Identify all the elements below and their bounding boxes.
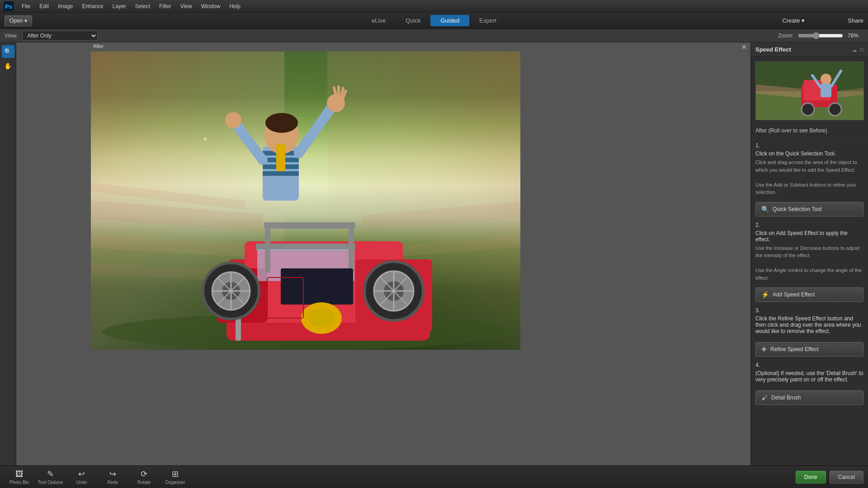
menu-help[interactable]: Help — [226, 2, 244, 10]
rotate-label: Rotate — [137, 480, 151, 485]
view-bar: View: After Only Before Only Before & Af… — [0, 29, 868, 42]
menu-window[interactable]: Window — [198, 2, 224, 10]
menu-select[interactable]: Select — [132, 2, 154, 10]
svg-line-48 — [299, 106, 333, 153]
bottom-action-buttons: Done Cancel — [796, 471, 863, 483]
svg-line-3 — [91, 210, 263, 223]
svg-point-61 — [802, 103, 814, 116]
refine-speed-icon: ✚ — [761, 346, 767, 353]
undo-tool[interactable]: ↩ Undo — [67, 468, 96, 486]
photo-bin-icon: 🖼 — [15, 469, 24, 479]
svg-rect-19 — [281, 268, 353, 305]
canvas-label: After — [93, 43, 104, 49]
app-icon: Ps — [4, 1, 14, 11]
step-1-title: Click on the Quick Selection Tool. — [755, 150, 863, 157]
svg-rect-12 — [256, 244, 355, 250]
organizer-icon: ⊞ — [172, 469, 179, 479]
mode-elive[interactable]: eLive — [362, 15, 396, 26]
step-1-details: Click and drag across the area of the ob… — [755, 159, 863, 196]
mode-guided[interactable]: Guided — [430, 15, 469, 26]
refine-speed-label: Refine Speed Effect — [770, 346, 819, 352]
mode-bar: Open ▾ eLive Quick Guided Expert Create … — [0, 13, 868, 29]
share-button[interactable]: Share — [848, 17, 863, 24]
open-dropdown-icon: ▾ — [24, 18, 27, 24]
tool-options-icon: ✎ — [47, 469, 54, 479]
step-2-number: 2. — [755, 222, 863, 228]
mode-expert[interactable]: Expert — [469, 15, 506, 26]
photo-bin-tool[interactable]: 🖼 Photo Bin — [5, 468, 34, 486]
main-image: + — [91, 52, 520, 350]
detail-brush-button[interactable]: 🖌 Detail Brush — [755, 390, 863, 405]
left-toolbar: 🔍 ✋ — [0, 42, 16, 465]
svg-line-7 — [362, 210, 520, 223]
after-note: After (Roll over to see Before) — [751, 125, 868, 139]
svg-rect-43 — [263, 171, 299, 176]
tool-options-label: Tool Options — [38, 480, 63, 485]
menu-file[interactable]: File — [18, 2, 34, 10]
svg-rect-54 — [276, 144, 285, 171]
cancel-button[interactable]: Cancel — [830, 471, 863, 483]
undo-icon: ↩ — [78, 469, 85, 479]
undo-label: Undo — [76, 480, 87, 485]
organizer-label: Organizer — [165, 480, 185, 485]
step-2-title: Click on Add Speed Effect to apply the e… — [755, 230, 863, 243]
quick-selection-label: Quick Selection Tool — [773, 206, 822, 212]
thumbnail-svg — [756, 62, 864, 120]
tool-options-tool[interactable]: ✎ Tool Options — [36, 468, 65, 486]
menu-bar: Ps File Edit Image Enhance Layer Select … — [0, 0, 868, 13]
add-speed-effect-button[interactable]: ⚡ Add Speed Effect — [755, 287, 863, 302]
svg-line-46 — [236, 124, 263, 160]
menu-image[interactable]: Image — [54, 2, 76, 10]
photo-bin-label: Photo Bin — [9, 480, 29, 485]
hand-tool[interactable]: ✋ — [2, 60, 14, 72]
close-button[interactable]: ✕ — [741, 43, 747, 51]
step-1-number: 1. — [755, 142, 863, 149]
step-4-title: (Optional) If needed, use the 'Detail Br… — [755, 370, 863, 383]
menu-view[interactable]: View — [177, 2, 196, 10]
bottom-bar: 🖼 Photo Bin ✎ Tool Options ↩ Undo ↪ Redo… — [0, 465, 868, 488]
mode-quick[interactable]: Quick — [396, 15, 430, 26]
quick-selection-button[interactable]: 🔍 Quick Selection Tool — [755, 202, 863, 216]
view-label: View: — [5, 33, 18, 39]
menu-enhance[interactable]: Enhance — [78, 2, 107, 10]
panel-restore-icon[interactable]: □ — [860, 47, 863, 53]
add-speed-icon: ⚡ — [761, 291, 769, 298]
redo-icon: ↪ — [109, 469, 116, 479]
svg-point-47 — [225, 112, 241, 128]
open-button[interactable]: Open ▾ — [5, 15, 32, 26]
step-4-number: 4. — [755, 362, 863, 368]
panel-minimize-icon[interactable]: 🗕 — [852, 47, 858, 53]
panel-title: Speed Effect — [755, 46, 791, 53]
organizer-tool[interactable]: ⊞ Organizer — [160, 468, 190, 486]
svg-line-50 — [334, 88, 336, 95]
svg-rect-16 — [264, 222, 355, 229]
done-button[interactable]: Done — [796, 471, 826, 483]
step-3-block: 3. Click the Refine Speed Effect button … — [751, 304, 868, 340]
step-3-number: 3. — [755, 307, 863, 314]
menu-layer[interactable]: Layer — [109, 2, 130, 10]
view-dropdown[interactable]: After Only Before Only Before & After Ho… — [22, 31, 98, 41]
zoom-tool[interactable]: 🔍 — [2, 45, 14, 58]
zoom-label: Zoom: — [778, 33, 793, 39]
svg-point-62 — [829, 103, 841, 116]
rotate-icon: ⟳ — [141, 469, 147, 479]
preview-thumbnail — [755, 61, 864, 120]
svg-point-45 — [265, 113, 298, 133]
scene-svg — [91, 52, 520, 350]
detail-brush-icon: 🖌 — [761, 394, 768, 401]
menu-edit[interactable]: Edit — [36, 2, 52, 10]
crosshair-indicator: + — [203, 135, 207, 143]
rotate-tool[interactable]: ⟳ Rotate — [129, 468, 159, 486]
main-area: 🔍 ✋ After ✕ — [0, 42, 868, 465]
menu-filter[interactable]: Filter — [156, 2, 175, 10]
zoom-value: 76% — [848, 33, 863, 39]
zoom-slider[interactable] — [798, 32, 843, 39]
redo-tool[interactable]: ↪ Redo — [98, 468, 127, 486]
step-1-block: 1. Click on the Quick Selection Tool. Cl… — [751, 139, 868, 200]
panel-icons: 🗕 □ — [852, 47, 863, 53]
refine-speed-effect-button[interactable]: ✚ Refine Speed Effect — [755, 342, 863, 357]
right-panel: Speed Effect 🗕 □ — [750, 42, 868, 465]
quick-selection-icon: 🔍 — [761, 206, 769, 213]
create-button[interactable]: Create ▾ — [782, 17, 805, 24]
svg-point-63 — [821, 74, 831, 84]
